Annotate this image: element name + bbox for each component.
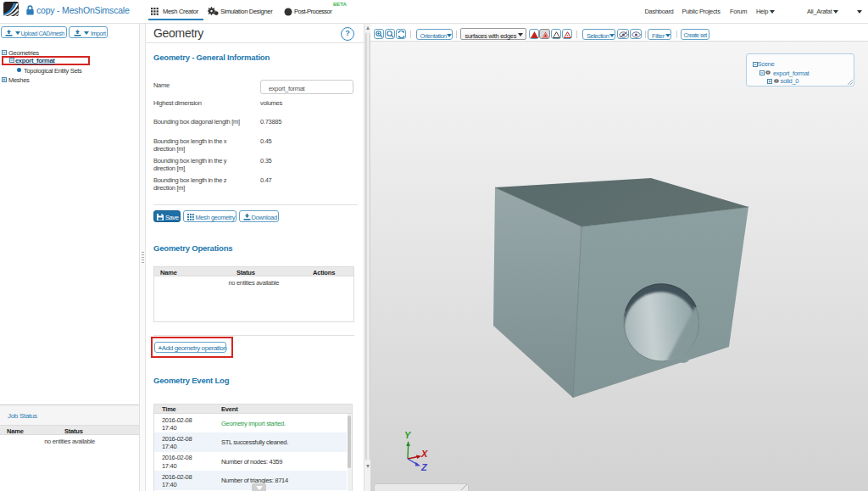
svg-text:X: X — [420, 449, 428, 459]
svg-text:Z: Z — [420, 462, 428, 472]
svg-text:Y: Y — [404, 430, 412, 440]
